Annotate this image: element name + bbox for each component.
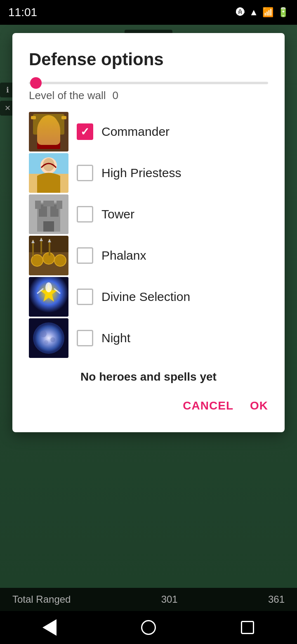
- svg-point-23: [54, 255, 66, 266]
- svg-rect-6: [61, 116, 66, 119]
- status-icons: 🅐 ▲ 📶 🔋: [236, 7, 289, 18]
- svg-point-3: [42, 116, 55, 131]
- svg-point-37: [33, 322, 64, 354]
- svg-rect-15: [35, 201, 41, 209]
- checkbox-box-night[interactable]: [77, 330, 93, 346]
- options-list: ✓ Commander: [29, 112, 268, 358]
- label-high-priestess: High Priestess: [101, 166, 181, 180]
- dialog-overlay: Defense options Level of the wall 0: [0, 25, 297, 611]
- wifi-icon: ▲: [249, 7, 258, 18]
- home-button[interactable]: [136, 615, 161, 640]
- option-night[interactable]: Night: [29, 318, 268, 358]
- option-commander[interactable]: ✓ Commander: [29, 112, 268, 152]
- thumbnail-night: [29, 318, 68, 358]
- svg-point-21: [31, 255, 43, 266]
- defense-options-dialog: Defense options Level of the wall 0: [12, 33, 285, 432]
- checkbox-high-priestess[interactable]: [77, 165, 93, 181]
- thumbnail-divine-selection: [29, 277, 68, 317]
- cancel-button[interactable]: CANCEL: [183, 396, 233, 416]
- wall-level-value: 0: [112, 89, 118, 102]
- checkbox-box-phalanx[interactable]: [77, 247, 93, 264]
- svg-point-33: [45, 282, 52, 292]
- checkbox-box-divine-selection[interactable]: [77, 289, 93, 305]
- dialog-actions: CANCEL OK: [29, 396, 268, 416]
- thumbnail-phalanx: [29, 236, 68, 275]
- thumbnail-high-priestess: [29, 153, 68, 193]
- checkbox-phalanx[interactable]: [77, 247, 93, 264]
- option-phalanx[interactable]: Phalanx: [29, 236, 268, 275]
- svg-point-38: [40, 331, 47, 337]
- svg-rect-16: [57, 201, 62, 209]
- thumbnail-commander: [29, 112, 68, 152]
- label-commander: Commander: [101, 125, 170, 139]
- signal-icon: 📶: [262, 7, 273, 18]
- status-time: 11:01: [8, 6, 37, 19]
- home-icon: [141, 620, 156, 635]
- svg-point-2: [40, 115, 58, 133]
- svg-rect-1: [33, 114, 64, 135]
- recent-apps-icon: [241, 621, 254, 634]
- svg-rect-5: [31, 116, 36, 119]
- checkbox-box-high-priestess[interactable]: [77, 165, 93, 181]
- label-divine-selection: Divine Selection: [101, 290, 190, 304]
- checkbox-tower[interactable]: [77, 206, 93, 223]
- checkbox-box-commander[interactable]: ✓: [77, 123, 93, 140]
- notification-icon: 🅐: [236, 7, 245, 18]
- wall-level-label: Level of the wall: [29, 89, 106, 102]
- svg-point-39: [50, 337, 55, 342]
- svg-point-40: [44, 340, 48, 344]
- recent-apps-button[interactable]: [235, 615, 260, 640]
- label-phalanx: Phalanx: [101, 249, 146, 263]
- slider-thumb[interactable]: [30, 77, 42, 89]
- checkbox-box-tower[interactable]: [77, 206, 93, 223]
- status-bar: 11:01 🅐 ▲ 📶 🔋: [0, 0, 297, 25]
- checkmark-commander: ✓: [80, 126, 90, 137]
- back-button[interactable]: [37, 615, 62, 640]
- label-tower: Tower: [101, 207, 134, 221]
- option-high-priestess[interactable]: High Priestess: [29, 153, 268, 193]
- nav-bar: [0, 611, 297, 644]
- dialog-title: Defense options: [29, 50, 268, 69]
- battery-icon: 🔋: [278, 7, 289, 18]
- svg-rect-4: [37, 135, 60, 149]
- slider-track[interactable]: [29, 82, 268, 84]
- thumbnail-tower: [29, 194, 68, 234]
- wall-level-slider-section: Level of the wall 0: [29, 82, 268, 102]
- ok-button[interactable]: OK: [250, 396, 268, 416]
- option-tower[interactable]: Tower: [29, 194, 268, 234]
- svg-rect-17: [43, 201, 54, 206]
- no-heroes-message: No heroes and spells yet: [29, 370, 268, 384]
- svg-rect-18: [43, 221, 54, 232]
- checkbox-commander[interactable]: ✓: [77, 123, 93, 140]
- checkbox-night[interactable]: [77, 330, 93, 346]
- back-icon: [42, 619, 57, 636]
- slider-label-row: Level of the wall 0: [29, 89, 268, 102]
- option-divine-selection[interactable]: Divine Selection: [29, 277, 268, 317]
- checkbox-divine-selection[interactable]: [77, 289, 93, 305]
- label-night: Night: [101, 331, 130, 345]
